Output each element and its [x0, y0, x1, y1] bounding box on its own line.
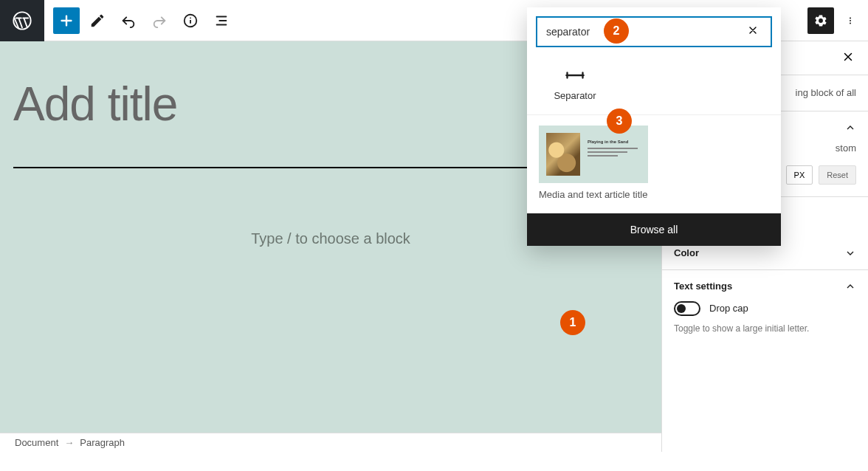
undo-icon	[120, 13, 137, 29]
pattern-thumbnail-text: Playing in the Sand	[588, 139, 638, 159]
chevron-up-icon	[844, 122, 856, 134]
redo-button[interactable]	[146, 7, 173, 34]
inserter-blocks-list: Separator	[527, 56, 781, 114]
breadcrumb-root[interactable]: Document	[15, 437, 58, 448]
info-icon	[182, 13, 199, 29]
drop-cap-label: Drop cap	[709, 303, 748, 314]
svg-point-5	[850, 20, 851, 21]
more-menu-button[interactable]	[841, 7, 859, 34]
add-block-button[interactable]	[53, 7, 80, 34]
chevron-right-icon: →	[64, 437, 74, 448]
pencil-icon	[89, 13, 106, 29]
undo-button[interactable]	[115, 7, 142, 34]
browse-all-button[interactable]: Browse all	[527, 213, 781, 246]
reset-size-button[interactable]: Reset	[819, 165, 856, 185]
svg-point-6	[850, 22, 851, 24]
pattern-option-media-text[interactable]: Playing in the Sand	[539, 126, 648, 183]
details-button[interactable]	[177, 7, 204, 34]
edit-mode-button[interactable]	[84, 7, 111, 34]
inserter-search	[536, 16, 772, 47]
size-preset-label: stom	[836, 142, 856, 154]
document-tools	[44, 7, 244, 34]
breadcrumb-current[interactable]: Paragraph	[80, 437, 125, 448]
separator-icon	[564, 66, 586, 84]
plus-icon	[58, 13, 75, 29]
svg-point-3	[190, 17, 191, 18]
text-settings-panel[interactable]: Text settings Drop cap Toggle to show a …	[662, 270, 868, 344]
block-option-label: Separator	[554, 90, 596, 101]
redo-icon	[151, 13, 168, 29]
separator-block[interactable]	[13, 167, 616, 168]
chevron-down-icon	[844, 247, 856, 259]
clear-search-button[interactable]	[743, 24, 763, 41]
block-inserter-popover: Separator Playing in the Sand Media and …	[527, 7, 781, 246]
kebab-icon	[846, 13, 855, 28]
outline-button[interactable]	[208, 7, 235, 34]
close-sidebar-button[interactable]	[837, 49, 859, 66]
unit-button[interactable]: PX	[786, 165, 813, 185]
color-panel-label: Color	[674, 247, 699, 258]
text-settings-label: Text settings	[674, 281, 732, 292]
chevron-up-icon	[844, 281, 856, 292]
block-breadcrumb: Document → Paragraph	[0, 433, 661, 452]
pattern-thumbnail-image	[546, 133, 580, 176]
block-option-separator[interactable]: Separator	[542, 66, 608, 101]
pattern-option-label: Media and text article title	[539, 189, 769, 200]
inserter-patterns-list: Playing in the Sand Media and text artic…	[527, 115, 781, 213]
close-icon	[747, 24, 759, 36]
list-view-icon	[213, 13, 230, 29]
svg-point-4	[850, 17, 851, 18]
drop-cap-toggle[interactable]	[674, 301, 700, 316]
drop-cap-hint: Toggle to show a large initial letter.	[674, 323, 856, 334]
wordpress-icon	[12, 10, 32, 31]
inserter-search-input[interactable]	[545, 25, 743, 38]
wordpress-logo[interactable]	[0, 0, 44, 41]
close-icon	[841, 50, 855, 63]
gear-icon	[813, 13, 828, 28]
settings-button[interactable]	[807, 7, 834, 34]
